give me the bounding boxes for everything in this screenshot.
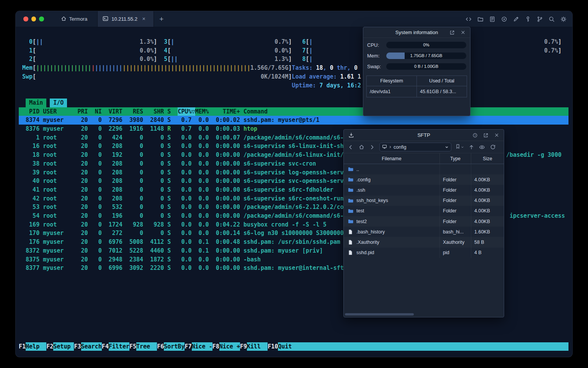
column-header-cpu[interactable]: CPU%▽ <box>178 107 195 116</box>
sftp-file-row[interactable]: .sshFolder4.00KB <box>344 185 504 195</box>
sftp-file-row[interactable]: .XauthorityXauthority58 B <box>344 237 504 247</box>
chevron-down-icon[interactable] <box>445 145 449 149</box>
process-cpu: 0.0 <box>181 220 191 229</box>
forward-icon[interactable] <box>369 144 376 151</box>
system-information-panel: System information CPU:0%Mem:1.75GB / 7.… <box>363 27 470 116</box>
process-res: 1916 <box>129 125 143 133</box>
show-hidden-eye-icon[interactable] <box>479 144 485 151</box>
fnkey-action[interactable]: Nice - <box>192 342 212 351</box>
process-pid: 38 <box>33 159 39 168</box>
sftp-file-row[interactable]: .. <box>344 164 504 174</box>
edit-icon[interactable] <box>513 16 519 23</box>
close-icon[interactable] <box>493 132 500 139</box>
fnkey-action[interactable]: Tree <box>136 342 157 351</box>
htop-tab-main[interactable]: Main <box>26 99 46 107</box>
home-icon[interactable] <box>358 144 365 151</box>
new-tab-button[interactable]: + <box>154 11 169 27</box>
htop-tab-io[interactable]: I/O <box>50 99 67 107</box>
download-icon[interactable] <box>348 132 354 139</box>
fnkey-action[interactable]: Nice + <box>219 342 240 351</box>
process-s: S <box>167 264 171 273</box>
settings-icon[interactable] <box>560 16 567 23</box>
sftp-file-row[interactable]: sshd.pidpid4 B <box>344 248 504 258</box>
meter-bracket: [ <box>305 38 309 46</box>
fnkey-label[interactable]: F10 <box>268 342 278 351</box>
process-mem: 0.0 <box>199 229 209 238</box>
column-header[interactable]: MEM% <box>195 107 209 116</box>
bookmark-button[interactable] <box>455 144 464 150</box>
fnkey-label[interactable]: F1 <box>19 342 26 351</box>
column-header[interactable]: TIME+ <box>223 107 240 116</box>
code-icon[interactable] <box>465 16 472 23</box>
git-branch-icon[interactable] <box>536 16 543 23</box>
process-mem: 0.1 <box>199 246 209 255</box>
fnkey-action[interactable]: SortBy <box>164 342 185 351</box>
file-icon <box>348 250 354 255</box>
tab-ssh-session[interactable]: 10.211.55.2 ✕ <box>97 11 154 27</box>
refresh-icon[interactable] <box>489 144 496 151</box>
fnkey-action[interactable]: Filter <box>109 342 129 351</box>
fnkey-label[interactable]: F3 <box>74 342 81 351</box>
sftp-file-row[interactable]: testFolder4.00KB <box>344 206 504 216</box>
fnkey-action[interactable]: Setup <box>53 342 74 351</box>
column-header-type[interactable]: Type <box>439 153 471 164</box>
path-breadcrumb[interactable]: config <box>379 143 451 151</box>
column-header-size[interactable]: Size <box>471 153 504 164</box>
sftp-file-row[interactable]: .bash_historybash_hi...1.60KB <box>344 227 504 237</box>
column-header[interactable]: VIRT <box>109 107 122 116</box>
column-header[interactable]: RES <box>133 107 143 116</box>
fnkey-action[interactable]: Quit <box>278 342 299 351</box>
close-icon[interactable] <box>459 29 466 36</box>
file-type: Folder <box>439 206 471 216</box>
go-up-icon[interactable] <box>468 144 475 151</box>
fnkey-action[interactable]: Search <box>81 342 102 351</box>
process-ni: 0 <box>98 151 102 159</box>
fnkey-label[interactable]: F2 <box>46 342 53 351</box>
open-in-window-icon[interactable] <box>449 29 456 36</box>
sysinfo-panel-header: System information <box>363 27 470 38</box>
process-pid: 8374 <box>26 116 39 125</box>
column-header[interactable]: Command <box>243 107 268 116</box>
fnkey-action[interactable]: Help <box>26 342 46 351</box>
column-header-filename[interactable]: Filename <box>344 153 439 164</box>
back-icon[interactable] <box>347 144 354 151</box>
file-list-icon[interactable] <box>489 16 496 23</box>
record-icon[interactable] <box>501 16 508 23</box>
process-shr: 0 <box>160 151 164 159</box>
process-cpu: 0.0 <box>181 212 191 220</box>
meter-bracket: [ <box>167 55 171 64</box>
fnkey-label[interactable]: F5 <box>129 342 136 351</box>
key-icon[interactable] <box>524 16 531 23</box>
sftp-file-row[interactable]: ssh_host_keysFolder4.00KB <box>344 196 504 206</box>
search-icon[interactable] <box>548 16 555 23</box>
process-ni: 0 <box>98 177 102 186</box>
sftp-file-row[interactable]: test2Folder4.00KB <box>344 216 504 227</box>
fnkey-action[interactable]: Kill <box>247 342 268 351</box>
open-in-window-icon[interactable] <box>482 132 489 139</box>
column-header[interactable]: NI <box>95 107 102 116</box>
folder-icon[interactable] <box>477 16 484 23</box>
column-header[interactable]: SHR <box>154 107 164 116</box>
process-virt: 208 <box>112 159 122 168</box>
sftp-file-row[interactable]: .configFolder4.00KB <box>344 174 504 185</box>
fnkey-label[interactable]: F7 <box>185 342 191 351</box>
zoom-window-button[interactable] <box>39 16 44 21</box>
close-tab-icon[interactable]: ✕ <box>142 16 145 21</box>
process-virt: 7012 <box>109 246 122 255</box>
close-window-button[interactable] <box>23 16 28 21</box>
fnkey-label[interactable]: F6 <box>157 342 164 351</box>
fnkey-label[interactable]: F8 <box>212 342 219 351</box>
column-header[interactable]: PID <box>29 107 39 116</box>
folder-icon <box>348 198 354 204</box>
tab-termora-home[interactable]: Termora <box>51 11 98 27</box>
fnkey-label[interactable]: F9 <box>240 342 247 351</box>
column-header[interactable]: PRI <box>78 107 88 116</box>
column-header[interactable]: S <box>167 107 171 116</box>
minimize-window-button[interactable] <box>31 16 36 21</box>
column-header[interactable]: USER <box>43 107 57 116</box>
process-pid: 8376 <box>26 125 39 133</box>
horizontal-scrollbar-thumb[interactable] <box>345 313 414 315</box>
process-cmd: s6-supervise s6rc-oneshot-run <box>243 194 344 203</box>
help-icon[interactable]: ? <box>472 132 479 139</box>
fnkey-label[interactable]: F4 <box>102 342 109 351</box>
